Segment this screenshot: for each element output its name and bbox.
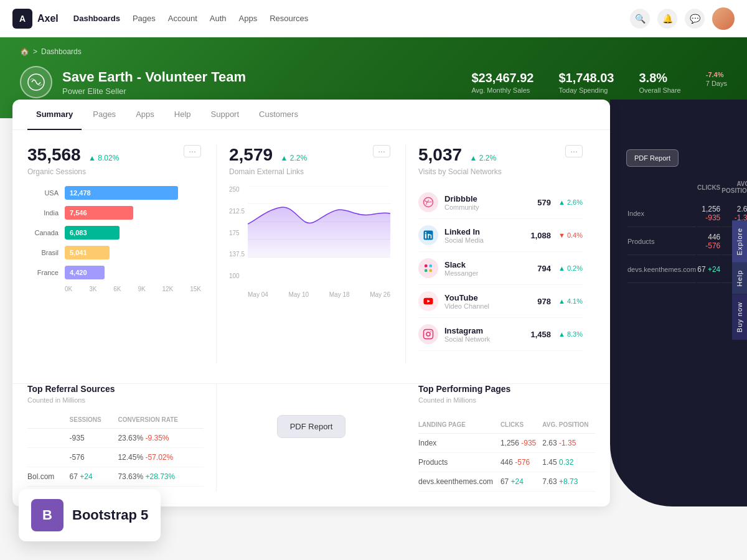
social-visits-value: 5,037	[418, 145, 462, 164]
svg-rect-16	[424, 330, 433, 339]
hero-stats: $23,467.92 Avg. Monthly Sales $1,748.03 …	[471, 71, 727, 94]
dark-table: CLICKS AVG. POSITION Index 1,256 -935 2.…	[626, 177, 747, 284]
social-networks-widget: 5,037 ▲ 2.2% ··· Visits by Social Networ…	[406, 145, 595, 363]
nav-auth[interactable]: Auth	[210, 11, 227, 26]
breadcrumb: 🏠 > Dashboards	[20, 47, 727, 56]
dark-panel-content: PDF Report CLICKS AVG. POSITION Index 1,…	[616, 100, 747, 297]
domain-links-change: ▲ 2.2%	[281, 154, 308, 162]
table-row: Products 446 -576 1.45 0.32	[627, 228, 747, 255]
organic-sessions-change: ▲ 8.02%	[88, 154, 119, 162]
social-row-youtube: YouTube Video Channel 978 ▲ 4.1%	[418, 285, 583, 318]
nav-apps[interactable]: Apps	[239, 11, 258, 26]
breadcrumb-dashboards[interactable]: Dashboards	[41, 47, 82, 56]
top-pages-table: LANDING PAGE CLICKS AVG. POSITION Index …	[418, 419, 595, 492]
stat-monthly-sales: $23,467.92 Avg. Monthly Sales	[471, 71, 533, 94]
tab-help[interactable]: Help	[166, 100, 200, 130]
table-row: -576 12.45% -57.02%	[27, 448, 204, 467]
organic-sessions-more[interactable]: ···	[184, 145, 201, 157]
tab-customers[interactable]: Customers	[250, 100, 307, 130]
bottom-grid: Top Referral Sources Counted in Millions…	[12, 383, 610, 506]
table-row: Index 1,256 -935 2.63 -1.35	[627, 200, 747, 227]
brand-icon: A	[12, 9, 32, 29]
nav-links: Dashboards Pages Account Auth Apps Resou…	[73, 11, 630, 26]
nav-account[interactable]: Account	[168, 11, 197, 26]
bar-row-india: India 7,546	[27, 206, 201, 220]
svg-rect-13	[430, 269, 433, 273]
breadcrumb-home-icon: 🏠	[20, 47, 29, 56]
bar-axis: 0K3K6K9K12K15K	[27, 286, 201, 292]
widget-header: 35,568 ▲ 8.02% ···	[27, 145, 201, 165]
dark-pdf-button[interactable]: PDF Report	[626, 149, 679, 167]
dribbble-icon	[418, 192, 438, 212]
referral-title: Top Referral Sources	[27, 384, 204, 394]
svg-point-17	[426, 332, 430, 336]
navbar: A Axel Dashboards Pages Account Auth App…	[0, 0, 747, 37]
explore-button[interactable]: Explore	[732, 220, 747, 263]
notifications-button[interactable]: 🔔	[657, 9, 677, 29]
bar-row-canada: Canada 6,083	[27, 226, 201, 240]
tab-summary[interactable]: Summary	[27, 100, 82, 130]
table-row: devs.keenthemes.com 67 +24 7.63 +8.73	[627, 256, 747, 283]
table-row: Products 446 -576 1.45 0.32	[418, 453, 595, 472]
nav-pages[interactable]: Pages	[133, 11, 156, 26]
top-pages-title: Top Performing Pages	[418, 384, 510, 394]
hero-subtitle: Power Elite Seller	[62, 86, 246, 96]
social-row-dribbble: Dribbble Community 579 ▲ 2.6%	[418, 186, 583, 219]
search-button[interactable]: 🔍	[630, 9, 650, 29]
line-chart-x-axis: May 04May 10May 18May 26	[248, 291, 390, 298]
social-network-list: Dribbble Community 579 ▲ 2.6% Linked In	[418, 186, 583, 351]
line-chart-y-axis: 250 212.5 175 137.5 100	[229, 186, 245, 279]
help-button[interactable]: Help	[732, 263, 747, 294]
domain-links-more[interactable]: ···	[373, 145, 390, 157]
bar-row-brasil: Brasil 5,041	[27, 246, 201, 259]
table-row: devs.keenthemes.com 67 +24 7.63 +8.73	[418, 472, 595, 492]
content-card: Summary Pages Apps Help Support Customer…	[12, 100, 610, 506]
domain-links-header: 2,579 ▲ 2.2% ···	[229, 145, 390, 165]
nav-dashboards[interactable]: Dashboards	[73, 11, 120, 26]
linkedin-icon	[418, 225, 438, 245]
table-row: -935 23.63% -9.35%	[27, 429, 204, 448]
social-visits-label: Visits by Social Networks	[418, 167, 583, 176]
youtube-icon	[418, 291, 438, 311]
stat-overall-share: 3.8% Overall Share	[639, 71, 680, 94]
buy-now-button[interactable]: Buy now	[732, 294, 747, 340]
social-visits-more[interactable]: ···	[565, 145, 583, 157]
domain-links-value: 2,579	[229, 145, 273, 164]
brand-name: Axel	[37, 13, 59, 24]
top-pages-subtitle: Counted in Millions	[418, 396, 510, 404]
svg-rect-12	[425, 269, 428, 273]
instagram-icon	[418, 324, 438, 344]
organic-sessions-widget: 35,568 ▲ 8.02% ··· Organic Sessions USA …	[27, 145, 217, 363]
pdf-report-button[interactable]: PDF Report	[277, 415, 346, 438]
pdf-report-center: PDF Report	[217, 384, 406, 492]
table-row: Bol.com 67 +24 73.63% +28.73%	[27, 467, 204, 487]
tab-apps[interactable]: Apps	[127, 100, 163, 130]
svg-rect-11	[430, 264, 433, 268]
nav-resources[interactable]: Resources	[270, 11, 308, 26]
social-networks-header: 5,037 ▲ 2.2% ···	[418, 145, 583, 165]
bootstrap-badge: B Bootstrap 5	[19, 489, 161, 519]
line-chart: 250 212.5 175 137.5 100	[229, 186, 390, 298]
brand-logo[interactable]: A Axel	[12, 9, 59, 29]
vertical-buttons: Explore Help Buy now	[732, 220, 747, 340]
hero-text: Save Earth - Volunteer Team Power Elite …	[62, 69, 246, 96]
domain-links-label: Domain External Links	[229, 167, 390, 176]
messages-button[interactable]: 💬	[685, 9, 705, 29]
organic-sessions-value: 35,568	[27, 145, 81, 164]
referral-table: SESSIONS CONVERSION RATE -935 23.63% -9.…	[27, 414, 204, 487]
line-chart-svg	[248, 186, 390, 258]
nav-right: 🔍 🔔 💬	[630, 7, 735, 30]
tab-pages[interactable]: Pages	[84, 100, 125, 130]
social-row-instagram: Instagram Social Network 1,458 ▲ 8.3%	[418, 318, 583, 351]
tab-support[interactable]: Support	[202, 100, 248, 130]
referral-sources-section: Top Referral Sources Counted in Millions…	[27, 384, 217, 492]
hero-title: Save Earth - Volunteer Team	[62, 69, 246, 85]
bar-row-usa: USA 12,478	[27, 186, 201, 200]
dashboard-grid: 35,568 ▲ 8.02% ··· Organic Sessions USA …	[12, 130, 610, 378]
svg-point-9	[425, 232, 426, 233]
social-visits-change: ▲ 2.2%	[470, 154, 497, 162]
table-row: Index 1,256 -935 2.63 -1.35	[418, 434, 595, 453]
user-avatar[interactable]	[712, 7, 735, 30]
stat-today-spending: $1,748.03 Today Spending	[559, 71, 614, 94]
domain-links-widget: 2,579 ▲ 2.2% ··· Domain External Links 2…	[217, 145, 406, 363]
